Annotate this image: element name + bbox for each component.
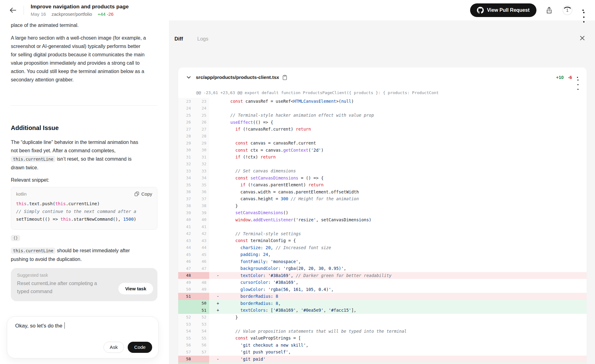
top-header: Improve navigation and products page May… bbox=[0, 0, 595, 20]
diff-row: 3434 const setCanvasDimensions = () => { bbox=[178, 175, 587, 182]
snippet-code: this.text.push(this.currentLine)// Simpl… bbox=[11, 197, 157, 229]
diff-row: 51+ textColors: ['#38a169', '#0ea5e9', '… bbox=[178, 307, 587, 314]
diff-rows: 2323 const canvasRef = useRef<HTMLCanvas… bbox=[178, 98, 587, 364]
inline-code-chip: this.currentLine bbox=[11, 156, 55, 162]
file-stats: +10 -6 bbox=[556, 75, 579, 80]
section-heading: Additional Issue bbox=[11, 124, 157, 132]
note-paragraph: this.currentLine should be reset immedia… bbox=[11, 246, 146, 263]
back-arrow-icon bbox=[9, 6, 17, 14]
github-icon bbox=[477, 7, 484, 14]
header-divider bbox=[24, 6, 24, 15]
ask-button[interactable]: Ask bbox=[104, 342, 124, 353]
conversation-panel: place of the animated terminal. A large … bbox=[0, 20, 169, 364]
clipped-paragraph: place of the animated terminal. bbox=[11, 21, 146, 29]
copy-label: Copy bbox=[141, 191, 152, 197]
file-more-button[interactable] bbox=[576, 77, 579, 78]
diff-row: 5252 } bbox=[178, 314, 587, 321]
chevron-down-icon[interactable] bbox=[186, 75, 191, 80]
copy-snippet-button[interactable]: Copy bbox=[134, 191, 152, 197]
tab-diff[interactable]: Diff bbox=[174, 36, 183, 42]
diff-row: 3737 canvas.height = 300 // Height for t… bbox=[178, 195, 587, 202]
additions-count: +44 bbox=[98, 11, 105, 17]
inline-code-chip: this.currentLine bbox=[11, 248, 55, 254]
diff-row: 4948 cursorColor: '#38a169', bbox=[178, 279, 587, 286]
snippet-language: kotlin bbox=[16, 192, 27, 197]
snippet-header: kotlin Copy bbox=[11, 187, 157, 197]
session-date: May 16 bbox=[31, 11, 46, 17]
diff-row: 4040 window.addEventListener('resize', s… bbox=[178, 216, 587, 223]
code-button[interactable]: Code bbox=[128, 342, 152, 353]
diff-row: 4141 bbox=[178, 223, 587, 230]
section-divider bbox=[11, 105, 157, 106]
ellipsis-icon bbox=[577, 77, 578, 78]
close-icon bbox=[579, 35, 586, 41]
snippet-line: // Simply continue to the next command a… bbox=[16, 208, 152, 215]
chat-input-value[interactable]: Okay, so let's do the bbox=[15, 322, 150, 329]
page-title: Improve navigation and products page bbox=[31, 4, 129, 10]
diff-row: 48- textColor: '#38a169', // Darker gree… bbox=[178, 272, 587, 279]
diff-row: 4343 const terminalConfig = { bbox=[178, 237, 587, 244]
diff-row: 3838 } bbox=[178, 202, 587, 210]
diff-row: 5353 bbox=[178, 321, 587, 328]
diff-row: 2525 // Terminal-style hacker animation … bbox=[178, 112, 587, 119]
session-count-value: 1 bbox=[562, 5, 573, 16]
issue-text-pre: The “duplicate line” behavior in the ter… bbox=[11, 140, 138, 153]
diff-panel: Diff Logs src/app/products/products-clie… bbox=[169, 20, 595, 364]
diff-row: 3636 canvas.width = canvas.parentElement… bbox=[178, 188, 587, 196]
view-task-button[interactable]: View task bbox=[118, 283, 153, 294]
diff-row: 5049 glowColor: 'rgba(56, 161, 105, 0.4)… bbox=[178, 286, 587, 293]
app-root: Improve navigation and products page May… bbox=[0, 0, 595, 364]
suggested-task-card: Suggested task Reset currentLine after c… bbox=[11, 268, 157, 301]
share-icon bbox=[545, 6, 553, 14]
copy-path-icon[interactable] bbox=[283, 75, 287, 80]
header-subtitle: May 16 zackproser/portfolio +44 -26 bbox=[31, 11, 129, 17]
diff-row: 2424 bbox=[178, 105, 587, 112]
deletions-count: -26 bbox=[107, 11, 114, 17]
file-path: src/app/products/products-client.tsx bbox=[196, 75, 279, 80]
suggested-task-label: Suggested task bbox=[17, 273, 151, 278]
diff-row: 2727 if (!canvasRef.current) return bbox=[178, 126, 587, 133]
back-button[interactable] bbox=[7, 4, 19, 16]
hunk-text: @@ -23,61 +23,63 @@ export default funct… bbox=[196, 90, 439, 95]
hero-paragraph: A large hero section with a well-chosen … bbox=[11, 34, 146, 84]
repo-name[interactable]: zackproser/portfolio bbox=[51, 11, 92, 17]
view-pull-request-button[interactable]: View Pull Request bbox=[470, 3, 536, 17]
diff-row: 3535 if (!canvas.parentElement) return bbox=[178, 181, 587, 188]
diff-card: src/app/products/products-client.tsx +10… bbox=[178, 67, 587, 364]
diff-row: 58- 'git paid' bbox=[178, 356, 587, 363]
diff-row: 2929 const canvas = canvasRef.current bbox=[178, 140, 587, 147]
code-snippet-block: kotlin Copy this.text.push(this.currentL… bbox=[11, 187, 157, 230]
suggested-task-text: Reset currentLine after completing a typ… bbox=[17, 280, 103, 296]
text-cursor bbox=[64, 322, 65, 329]
copy-icon bbox=[134, 192, 139, 196]
diff-row: 50+ borderRadius: 8, bbox=[178, 300, 587, 307]
hunk-header: @@ -23,61 +23,63 @@ export default funct… bbox=[178, 87, 587, 98]
tab-logs[interactable]: Logs bbox=[197, 36, 209, 42]
diff-row: 2626 useEffect(() => { bbox=[178, 119, 587, 126]
view-pull-request-label: View Pull Request bbox=[487, 7, 530, 13]
diff-row: 3131 if (!ctx) return bbox=[178, 154, 587, 161]
diff-row: 2828 bbox=[178, 133, 587, 140]
file-additions: +10 bbox=[556, 75, 564, 80]
session-count-badge[interactable]: 1 bbox=[562, 5, 573, 16]
diff-row: 4545 padding: 24, bbox=[178, 251, 587, 258]
header-actions: View Pull Request 1 bbox=[470, 0, 584, 20]
close-panel-button[interactable] bbox=[579, 35, 586, 41]
diff-row: 3939 setCanvasDimensions() bbox=[178, 209, 587, 216]
chat-input-box[interactable]: Okay, so let's do the Ask Code bbox=[7, 316, 159, 358]
diff-row: 3333 // Set canvas dimensions bbox=[178, 167, 587, 175]
diff-row: 5656 'git checkout a new skill', bbox=[178, 342, 587, 349]
chat-actions: Ask Code bbox=[104, 342, 152, 353]
snippet-label: Relevant snippet: bbox=[11, 176, 146, 184]
more-menu-button[interactable] bbox=[582, 10, 584, 11]
share-button[interactable] bbox=[545, 6, 553, 14]
diff-row: 4646 fontFamily: 'monospace', bbox=[178, 258, 587, 265]
kebab-icon bbox=[582, 10, 584, 11]
snippet-line: setTimeout(() => this.startNewCommand(),… bbox=[16, 215, 152, 223]
issue-paragraph: The “duplicate line” behavior in the ter… bbox=[11, 138, 146, 172]
diff-row: 4444 charSize: 20, // Increased font siz… bbox=[178, 244, 587, 251]
panel-tabs: Diff Logs bbox=[174, 36, 208, 42]
diff-row: 3232 bbox=[178, 161, 587, 168]
braces-chip[interactable]: {} bbox=[11, 235, 20, 241]
diff-file-header[interactable]: src/app/products/products-client.tsx +10… bbox=[178, 67, 587, 87]
